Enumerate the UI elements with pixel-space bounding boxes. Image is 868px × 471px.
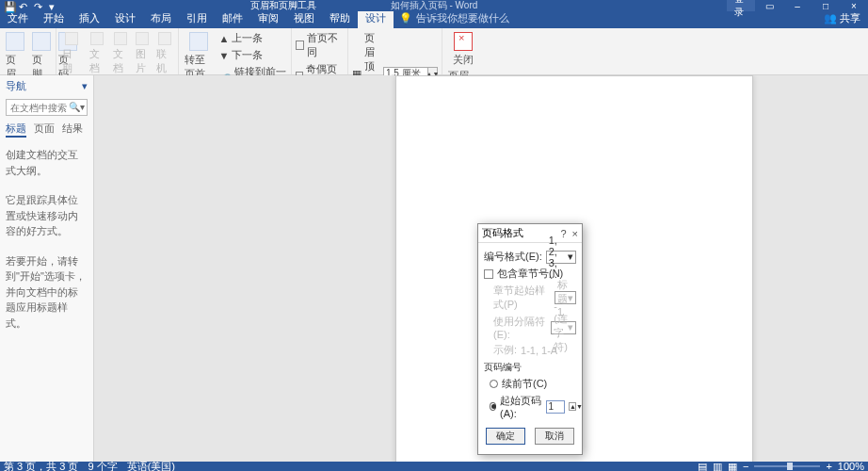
- btn-picture-label: 图片: [136, 47, 149, 75]
- nav-tab-headings[interactable]: 标题: [6, 122, 26, 138]
- chk-diff-first[interactable]: 首页不同: [296, 30, 344, 60]
- nav-text-1: 创建文档的交互式大纲。: [6, 147, 88, 178]
- nav-search[interactable]: 🔍▾: [6, 99, 88, 116]
- nav-tab-results[interactable]: 结果: [62, 122, 83, 138]
- main-area: 导航 ▾ × 🔍▾ 标题 页面 结果 创建文档的交互式大纲。 它是跟踪具体位置或…: [0, 75, 868, 462]
- share-icon: 👥: [824, 12, 837, 24]
- group-position: ▦页眉顶端距离:1.5 厘米▲▼ ▦页脚底端距离:1.75 厘米▲▼ ⇥插入对齐…: [348, 28, 442, 74]
- document-title: 如何插入页码 - Word: [391, 0, 478, 12]
- chapter-style-label: 章节起始样式(P): [493, 284, 551, 312]
- header-icon: [6, 32, 24, 51]
- status-page[interactable]: 第 3 页，共 3 页: [4, 460, 78, 472]
- login-button[interactable]: 登录: [727, 0, 755, 11]
- contextual-tab-label: 页眉和页脚工具: [245, 0, 322, 12]
- title-bar: 💾 ↶ ↷ ▾ 页眉和页脚工具 如何插入页码 - Word 登录 ▭ – □ ×: [0, 0, 868, 11]
- startat-input[interactable]: 1: [546, 400, 565, 414]
- zoom-out-button[interactable]: −: [743, 461, 748, 471]
- window-close-button[interactable]: ×: [840, 0, 868, 11]
- arrow-down-icon: ▼: [218, 50, 229, 61]
- nav-text-2: 它是跟踪具体位置或快速移动内容的好方式。: [6, 192, 88, 239]
- tab-insert[interactable]: 插入: [72, 8, 107, 28]
- status-words[interactable]: 9 个字: [88, 460, 117, 472]
- window-maximize-button[interactable]: □: [812, 0, 840, 11]
- ribbon-options-icon[interactable]: ▭: [755, 0, 783, 11]
- view-web-icon[interactable]: ▦: [728, 461, 737, 472]
- chevron-down-icon: ▾: [568, 251, 573, 263]
- tell-me-label: 告诉我你想要做什么: [416, 11, 509, 25]
- format-select[interactable]: 1, 2, 3, ...▾: [546, 251, 576, 264]
- format-label: 编号格式(E):: [484, 250, 542, 264]
- include-chapter-label: 包含章节号(N): [497, 267, 563, 281]
- tab-layout[interactable]: 布局: [143, 8, 179, 28]
- qat-more-icon[interactable]: ▾: [49, 1, 58, 10]
- view-read-icon[interactable]: ▤: [698, 461, 707, 472]
- chevron-down-icon: ▾: [568, 292, 573, 304]
- onlinepic-icon: [158, 32, 171, 45]
- zoom-level[interactable]: 100%: [838, 461, 864, 471]
- datetime-icon: [65, 32, 78, 45]
- separator-select: -(连字符)▾: [551, 321, 576, 334]
- share-label: 共享: [840, 11, 860, 25]
- save-icon[interactable]: 💾: [4, 1, 13, 10]
- example-value: 1-1, 1-A: [521, 345, 557, 356]
- nav-text-3: 若要开始，请转到"开始"选项卡，并向文档中的标题应用标题样式。: [6, 253, 88, 332]
- chk-diff-first-label: 首页不同: [307, 31, 344, 59]
- tell-me-icon: 💡: [399, 12, 412, 24]
- share-button[interactable]: 👥 共享: [816, 8, 868, 28]
- undo-icon[interactable]: ↶: [19, 1, 28, 10]
- tab-design[interactable]: 设计: [107, 8, 143, 28]
- nav-body: 创建文档的交互式大纲。 它是跟踪具体位置或快速移动内容的好方式。 若要开始，请转…: [0, 141, 93, 336]
- nav-pane-dropdown-icon[interactable]: ▾: [82, 80, 88, 92]
- chevron-down-icon: ▾: [568, 321, 573, 333]
- ribbon: 页眉 页脚 页码 页眉和页脚 日期和时间 文档信息 文档部件 图片 联机图片 插…: [0, 28, 868, 75]
- arrow-up-icon: ▲: [218, 33, 229, 44]
- group-options: 首页不同 奇偶页不同 显示文档文字 选项: [292, 28, 348, 74]
- cancel-button[interactable]: 取消: [535, 428, 574, 445]
- page-number-format-dialog: 页码格式 ? × 编号格式(E): 1, 2, 3, ...▾ 包含章节号(N)…: [477, 223, 583, 455]
- tab-hf-design[interactable]: 设计: [358, 8, 394, 28]
- continue-radio[interactable]: [490, 380, 498, 388]
- ok-button[interactable]: 确定: [486, 428, 525, 445]
- navigation-pane: 导航 ▾ × 🔍▾ 标题 页面 结果 创建文档的交互式大纲。 它是跟踪具体位置或…: [0, 75, 94, 462]
- btn-close-hf-label1: 关闭: [453, 53, 474, 67]
- zoom-thumb[interactable]: [787, 463, 793, 470]
- dialog-title: 页码格式: [482, 226, 523, 240]
- zoom-in-button[interactable]: +: [826, 461, 831, 471]
- startat-radio[interactable]: [490, 402, 496, 411]
- continue-label: 续前节(C): [502, 377, 547, 391]
- close-hf-icon: ×: [454, 32, 473, 51]
- view-print-icon[interactable]: ▥: [713, 461, 722, 472]
- group-insert: 日期和时间 文档信息 文档部件 图片 联机图片 插入: [56, 28, 179, 74]
- startat-label: 起始页码(A):: [500, 394, 542, 419]
- search-icon[interactable]: 🔍▾: [69, 102, 85, 112]
- footer-icon: [32, 32, 51, 51]
- redo-icon[interactable]: ↷: [34, 1, 43, 10]
- nav-next-label: 下一条: [232, 48, 263, 62]
- group-close: ×关闭页眉和页脚 关闭: [442, 28, 484, 74]
- nav-next[interactable]: ▼下一条: [218, 47, 287, 63]
- window-minimize-button[interactable]: –: [783, 0, 812, 11]
- dialog-close-icon[interactable]: ×: [572, 228, 578, 239]
- nav-prev-label: 上一条: [232, 31, 263, 45]
- docparts-icon: [114, 32, 127, 45]
- startat-spinner[interactable]: ▲▼: [569, 402, 576, 411]
- docinfo-icon: [90, 32, 104, 45]
- numbering-group-title: 页码编号: [484, 361, 576, 374]
- btn-picture: 图片: [134, 30, 151, 77]
- nav-pane-title: 导航: [6, 79, 26, 93]
- nav-prev[interactable]: ▲上一条: [218, 30, 287, 46]
- zoom-slider[interactable]: [754, 465, 820, 467]
- nav-tab-pages[interactable]: 页面: [34, 122, 55, 138]
- include-chapter-checkbox[interactable]: [484, 269, 493, 279]
- group-header-footer: 页眉 页脚 页码 页眉和页脚: [0, 28, 56, 74]
- goto-icon: [189, 32, 208, 51]
- document-area[interactable]: 页脚 - 第 2 节 - 页码格式 ? × 编号格式(E): 1, 2, 3, …: [94, 75, 868, 462]
- checkbox-icon: [296, 41, 304, 50]
- tab-references[interactable]: 引用: [179, 8, 215, 28]
- example-label: 示例:: [493, 343, 517, 357]
- group-nav: 转至页首 ▲上一条 ▼下一条 🔗链接到前一条页眉 导航: [179, 28, 292, 74]
- status-language[interactable]: 英语(美国): [127, 460, 175, 472]
- picture-icon: [136, 32, 149, 45]
- separator-label: 使用分隔符(E):: [493, 315, 547, 340]
- tab-help[interactable]: 帮助: [322, 8, 358, 28]
